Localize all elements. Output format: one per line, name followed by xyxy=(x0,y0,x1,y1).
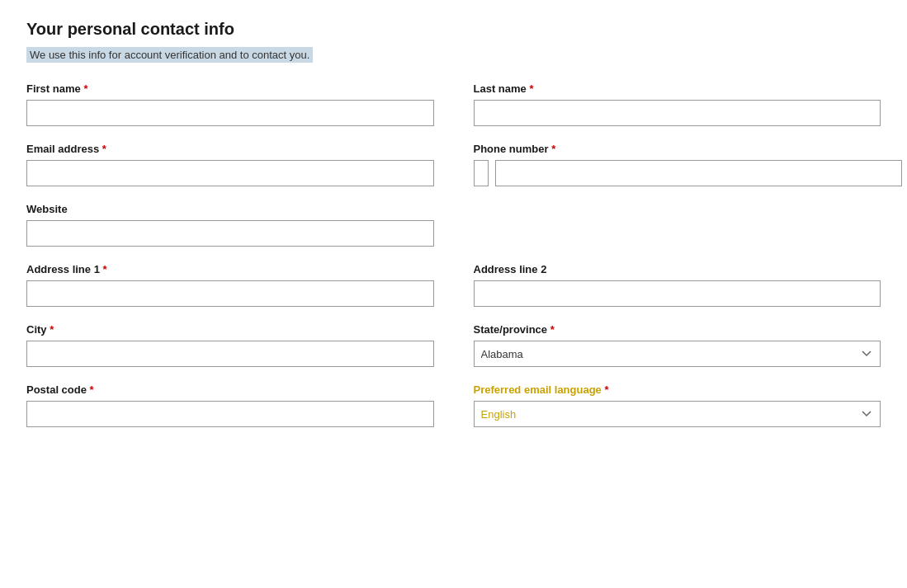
email-group: Email address * xyxy=(26,143,434,186)
phone-label: Phone number * xyxy=(474,143,881,155)
email-input[interactable] xyxy=(26,160,434,186)
city-input[interactable] xyxy=(26,341,434,367)
email-label: Email address * xyxy=(26,143,434,155)
last-name-group: Last name * xyxy=(474,82,881,126)
state-select[interactable]: AlabamaAlaskaArizonaArkansasCaliforniaCo… xyxy=(474,341,881,367)
phone-area-input[interactable] xyxy=(495,160,903,186)
first-name-group: First name * xyxy=(26,82,434,126)
state-label: State/province * xyxy=(474,323,881,336)
website-input[interactable] xyxy=(26,220,434,247)
address2-label: Address line 2 xyxy=(474,263,881,275)
page-title: Your personal contact info xyxy=(26,20,881,39)
city-label: City * xyxy=(26,323,434,336)
phone-inputs: +1 xyxy=(474,160,881,186)
address2-group: Address line 2 xyxy=(474,263,881,307)
last-name-label: Last name * xyxy=(474,82,881,95)
phone-country-code-input[interactable]: +1 xyxy=(474,160,489,186)
postal-code-group: Postal code * xyxy=(26,383,434,427)
postal-code-input[interactable] xyxy=(26,401,434,427)
email-language-group: Preferred email language * EnglishFrench… xyxy=(474,383,881,427)
last-name-input[interactable] xyxy=(474,100,881,126)
address1-group: Address line 1 * xyxy=(26,263,434,307)
city-group: City * xyxy=(26,323,434,367)
website-label: Website xyxy=(26,203,434,215)
first-name-label: First name * xyxy=(26,82,434,95)
email-language-select[interactable]: EnglishFrenchSpanishGermanPortugueseItal… xyxy=(474,401,881,427)
address1-input[interactable] xyxy=(26,280,434,307)
phone-group: Phone number * +1 xyxy=(474,143,881,186)
first-name-input[interactable] xyxy=(26,100,434,126)
email-language-label: Preferred email language * xyxy=(474,383,881,396)
state-group: State/province * AlabamaAlaskaArizonaArk… xyxy=(474,323,881,367)
contact-form: First name * Last name * Email address *… xyxy=(26,82,881,444)
address2-input[interactable] xyxy=(474,280,881,307)
website-group: Website xyxy=(26,203,434,247)
postal-code-label: Postal code * xyxy=(26,383,434,396)
page-subtitle: We use this info for account verificatio… xyxy=(26,47,313,63)
address1-label: Address line 1 * xyxy=(26,263,434,275)
